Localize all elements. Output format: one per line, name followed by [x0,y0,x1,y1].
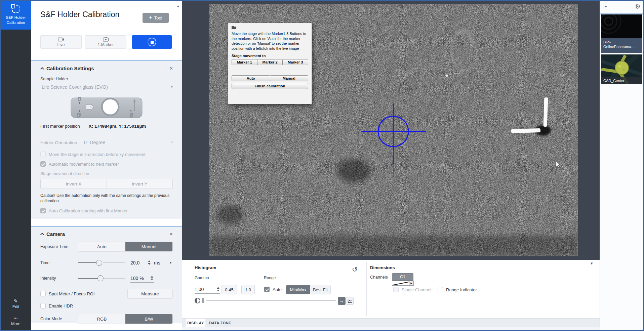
camera-section: Camera × Exposure Time Auto Manual Time … [31,226,182,323]
sidebar-tab-holder-calibration[interactable]: S&F Holder Calibration [1,1,31,30]
gallery-item-panorama[interactable]: Bild-OnlinePanorama-... [601,14,642,53]
tab-display[interactable]: DISPLAY [186,319,205,327]
checkbox-checked [40,161,46,167]
close-icon[interactable]: × [170,232,173,237]
best-fit-button[interactable]: Best Fit [310,285,330,294]
black-point-handle[interactable] [195,298,200,303]
checkbox-range-auto[interactable]: Auto [264,287,282,292]
spinner-arrows[interactable] [147,260,151,265]
tab-data-zone[interactable]: DATA ZONE [205,319,235,327]
reset-icon[interactable]: ↺ [352,265,358,274]
pencil-icon: ✎ [14,299,18,303]
collapse-section-icon[interactable] [40,233,44,236]
gamma-value-field[interactable]: 1,00 [195,285,220,294]
checkbox-auto-next-marker[interactable]: Automatic movement to next marker [40,161,173,167]
gamma-preset-10-button[interactable]: 1.0 [241,285,255,294]
first-marker-label: First marker position [40,124,80,129]
marker-button-row: Marker 1 Marker 2 Marker 3 [232,59,308,65]
collapse-section-icon[interactable] [40,67,44,71]
checkbox-auto-calibration[interactable]: Auto-Calibration starting with first Mar… [40,208,173,213]
range-label: Range [264,276,276,280]
checkbox-z-direction[interactable]: Move the stage in z-direction before xy … [40,152,173,157]
marker-1-button[interactable]: Marker 1 [232,59,257,65]
calibration-settings-section: Calibration Settings × Sample Holder Lif… [31,60,182,219]
invert-x-button[interactable]: Invert X [41,179,107,189]
measure-button[interactable]: Measure [127,289,173,299]
dark-blob [216,205,243,224]
fit-width-button[interactable]: ↔ [338,297,346,305]
lut-curve-icon [392,281,409,286]
gear-icon[interactable]: ⚙ [635,3,641,10]
channel-c1-button[interactable]: C1 [392,273,413,281]
live-image-viewport[interactable]: Move the stage with the Marker1-3 Button… [209,4,578,256]
play-icon: ▶ [410,282,412,285]
caution-text: Caution! Use the automation only with th… [40,193,173,204]
spinner-arrows[interactable] [150,276,154,280]
exposure-auto-button[interactable]: Auto [78,242,125,251]
channel-lut-strip[interactable] [392,281,409,286]
holder-orientation-select[interactable]: 0° Degree ▾ [84,138,173,147]
collapse-panel-icon[interactable]: ◂ [177,4,179,8]
checkbox-unchecked [40,291,46,296]
checkbox-checked [40,208,46,213]
time-value-field[interactable]: 20,0 [130,258,151,267]
live-button[interactable]: Live [40,35,82,49]
gamma-preset-045-button[interactable]: 0.45 [222,285,237,294]
chevron-down-icon: ▾ [171,85,173,89]
thumbnail-label: Bild-OnlinePanorama-... [601,38,642,53]
close-icon[interactable]: × [170,66,173,71]
exposure-manual-button[interactable]: Manual [125,242,172,251]
view-tab-bar: DISPLAY DATA ZONE [182,318,600,327]
color-mode-toggle: RGB B/W [78,314,173,324]
image-workspace: Move the stage with the Marker1-3 Button… [182,1,600,260]
stop-icon [151,41,154,44]
collapse-panel-chevron-icon[interactable]: ▾ [591,261,593,266]
detection-mode-row: Auto Manual [232,75,308,81]
stop-acquisition-button[interactable] [132,35,172,49]
intensity-slider[interactable] [78,275,125,281]
checkbox-spot-meter[interactable]: Spot Meter / Focus ROI [40,291,95,296]
channel-expand-button[interactable]: ▶ [409,281,414,286]
manual-detection-button[interactable]: Manual [270,75,309,81]
tab-bar-understrip [182,327,600,330]
min-max-button[interactable]: Min/Max [286,285,310,294]
sample-holder-graphic: L 1 2 L 3 L [40,96,173,119]
expand-panel-icon[interactable]: ▸ [605,4,607,8]
intensity-value-field[interactable]: 100 % [130,274,154,283]
slider-knob[interactable] [97,275,104,281]
slider-grab-tab[interactable] [202,298,204,303]
tool-button[interactable]: + Tool [143,13,169,23]
gallery-item-cad-center[interactable]: CAD_Center [601,54,642,84]
first-marker-snap-button[interactable]: 1.Marker [85,35,126,49]
checkbox-range-indicator[interactable]: Range Indicator [438,287,477,292]
checkbox-unchecked [438,287,443,292]
checkbox-single-channel[interactable]: Single Channel [393,287,431,292]
edit-button[interactable]: ✎ Edit [1,299,31,309]
checkbox-enable-hdr[interactable]: Enable HDR [40,303,173,308]
finish-calibration-button[interactable]: Finish calibration [232,83,308,89]
level-slider-track[interactable] [206,300,336,301]
exposure-time-label: Exposure Time [40,244,78,249]
ellipsis-icon: ••• [14,316,18,321]
page-title: S&F Holder Calibration [40,10,119,19]
first-marker-value: X: 174984µm, Y: 175018µm [89,124,146,129]
sidebar-tab-label: S&F Holder Calibration [1,15,31,25]
bw-button[interactable]: B/W [125,314,172,324]
histogram-view-button[interactable] [346,297,354,305]
marker-3-button[interactable]: Marker 3 [282,59,308,65]
calibration-frame-icon [12,5,19,13]
more-button[interactable]: ••• More [1,316,31,326]
sample-holder-select[interactable]: Life Science Cover glass (EVO) ▾ [40,82,173,92]
spinner-arrows[interactable] [216,287,220,291]
chevron-down-icon: ▾ [171,140,173,144]
panorama-thumbnail [601,14,642,38]
time-slider[interactable] [78,260,125,266]
rgb-button[interactable]: RGB [78,314,125,324]
marker-2-button[interactable]: Marker 2 [257,59,283,65]
auto-detection-button[interactable]: Auto [232,75,270,81]
slider-knob[interactable] [96,260,102,266]
first-marker-position-row: First marker position X: 174984µm, Y: 17… [40,124,173,133]
invert-y-button[interactable]: Invert Y [107,179,173,189]
horizontal-arrows-icon: ↔ [339,298,344,303]
time-unit-select[interactable]: ms ▾ [154,258,171,267]
